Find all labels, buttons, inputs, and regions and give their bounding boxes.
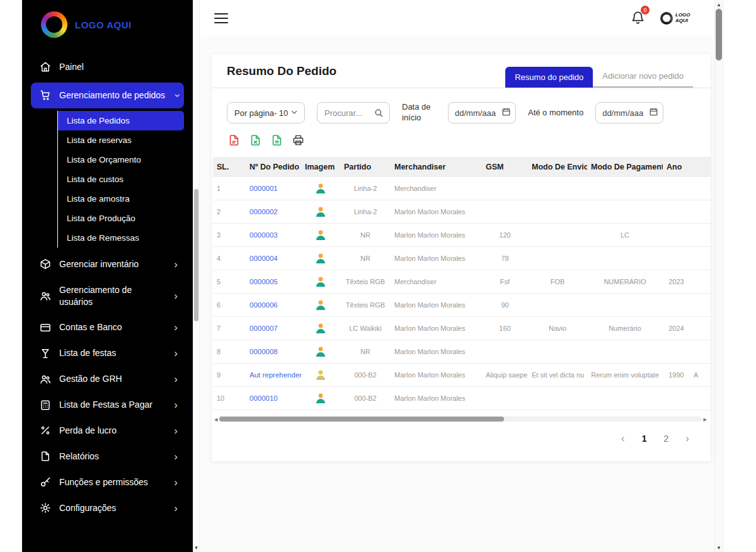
cell-sl: 1 <box>213 177 246 200</box>
cell-order-no: 0000005 <box>246 270 301 294</box>
sidebar-subitem[interactable]: Lista de reservas <box>58 130 184 150</box>
scroll-down-icon[interactable]: ▾ <box>193 544 199 551</box>
cell-order-no: 0000003 <box>246 224 301 247</box>
cell-modo-pagamento: Numerário <box>587 317 663 340</box>
avatar-icon <box>314 182 327 195</box>
sidebar-item-gestao-de-grh[interactable]: Gestão de GRH› <box>31 366 184 392</box>
scroll-left-icon[interactable]: ◂ <box>213 416 219 423</box>
column-header: Imagem <box>301 157 340 177</box>
excel-file-icon <box>249 134 261 149</box>
sidebar-item-lista-de-festas-a-pagar[interactable]: Lista de Festas a Pagar› <box>31 392 184 418</box>
cell-extra <box>690 177 711 200</box>
cell-gsm: Aliquip saepe cupida <box>482 364 528 387</box>
cell-modo-envio: Navio <box>528 317 587 340</box>
order-link[interactable]: 0000004 <box>249 255 278 262</box>
cell-gsm: 160 <box>482 317 528 340</box>
sidebar-subitem[interactable]: Lista de custos <box>58 170 184 189</box>
filters-row: Por página- 10 Data de início dd/mm/aaa … <box>212 88 711 124</box>
order-link[interactable]: 0000003 <box>249 231 278 239</box>
menu-toggle-button[interactable] <box>212 11 231 26</box>
horizontal-scrollbar[interactable]: ◂ ▸ <box>213 415 708 423</box>
order-link[interactable]: 0000010 <box>249 394 278 402</box>
cell-gsm <box>482 340 528 364</box>
cell-merchandiser: Merchandiser <box>391 270 482 294</box>
avatar-icon <box>314 252 327 265</box>
sidebar-scrollbar[interactable]: ▾ <box>193 0 200 552</box>
cell-merchandiser: Marlon Marlon Morales <box>391 364 482 387</box>
cell-partido: Têxteis RGB <box>340 294 391 317</box>
sidebar-item-gerenciamento-de-usuarios[interactable]: Gerenciamento de usuários› <box>31 277 184 315</box>
start-date-value: dd/mm/aaa <box>455 108 496 118</box>
search-icon <box>374 108 384 118</box>
sidebar-item-perda-de-lucro[interactable]: Perda de lucro› <box>31 418 184 444</box>
search-input[interactable] <box>324 108 371 118</box>
sidebar-item-configuracoes[interactable]: Configurações› <box>31 495 184 521</box>
calendar-icon <box>649 107 658 118</box>
print-button[interactable] <box>291 134 305 148</box>
scroll-down-icon[interactable]: ▾ <box>715 544 723 551</box>
sidebar-item-funcoes-e-permissoes[interactable]: Funções e permissões› <box>31 469 184 495</box>
order-link[interactable]: 0000008 <box>249 348 278 355</box>
export-excel-button[interactable] <box>248 134 262 148</box>
settings-icon <box>40 502 51 514</box>
cell-merchandiser: Marlon Marlon Morales <box>391 224 482 247</box>
cell-partido: 000-B2 <box>340 387 391 410</box>
page-1-button[interactable]: 1 <box>642 434 647 444</box>
export-pdf-button[interactable] <box>227 134 241 148</box>
per-page-select[interactable]: Por página- 10 <box>227 102 305 124</box>
cart-icon <box>40 89 51 101</box>
sidebar-subitem[interactable]: Lista de Orçamento <box>58 150 184 170</box>
sidebar-subitem[interactable]: Lista de Produção <box>58 209 184 228</box>
sidebar-subitem[interactable]: Lista de Remessas <box>58 228 184 248</box>
order-link[interactable]: 0000002 <box>249 208 278 216</box>
scrollbar-thumb[interactable] <box>219 417 504 422</box>
reports-icon <box>40 451 51 462</box>
brand-logo[interactable]: LOGO AQUI <box>660 12 702 25</box>
sidebar-item-label: Gerenciamento de usuários <box>59 284 166 308</box>
sidebar-item-contas-e-banco[interactable]: Contas e Banco› <box>31 314 184 340</box>
start-date-input[interactable]: dd/mm/aaa <box>448 102 516 124</box>
page-scrollbar[interactable]: ▴ ▾ <box>714 0 723 552</box>
cell-extra <box>690 294 711 317</box>
cell-extra <box>690 340 711 364</box>
payable-icon <box>40 400 51 411</box>
scrollbar-track[interactable] <box>219 417 702 422</box>
export-csv-button[interactable] <box>270 134 284 148</box>
end-date-input[interactable]: dd/mm/aaa <box>595 102 663 124</box>
sidebar-item-gerenciar-inventario[interactable]: Gerenciar inventário› <box>31 251 184 277</box>
sidebar-subitem[interactable]: Lista de Pedidos <box>58 111 184 130</box>
scrollbar-thumb[interactable] <box>716 9 722 60</box>
order-link[interactable]: 0000001 <box>249 185 278 192</box>
sidebar-subitem[interactable]: Lista de amostra <box>58 189 184 209</box>
next-page-button[interactable]: › <box>685 433 689 444</box>
cell-order-no: 0000002 <box>246 200 301 224</box>
column-header: Merchandiser <box>391 157 482 177</box>
avatar-icon <box>314 392 327 405</box>
tab-resumo-do-pedido[interactable]: Resumo do pedido <box>505 67 593 88</box>
order-link[interactable]: 0000007 <box>249 325 278 332</box>
cell-image <box>301 340 340 364</box>
scroll-up-icon[interactable]: ▴ <box>715 1 723 8</box>
prev-page-button[interactable]: ‹ <box>621 433 625 444</box>
order-link[interactable]: 0000006 <box>249 301 278 309</box>
sidebar-submenu: Lista de PedidosLista de reservasLista d… <box>57 111 184 248</box>
sidebar-item-lista-de-festas[interactable]: Lista de festas› <box>31 340 184 366</box>
sidebar-logo[interactable]: LOGO AQUI <box>22 0 193 50</box>
page-2-button[interactable]: 2 <box>664 434 669 444</box>
tab-adicionar-novo-pedido[interactable]: Adicionar novo pedido <box>593 66 693 88</box>
cell-modo-pagamento: NUMERÁRIO <box>587 270 663 294</box>
scrollbar-thumb[interactable] <box>194 189 198 321</box>
topbar-right: 0 LOGO AQUI <box>631 10 702 27</box>
calendar-icon <box>501 107 511 118</box>
scroll-right-icon[interactable]: ▸ <box>702 416 708 423</box>
notifications-button[interactable]: 0 <box>631 10 645 27</box>
sidebar-item-gerenciamento-de-pedidos[interactable]: Gerenciamento de pedidos› <box>31 83 184 108</box>
order-link[interactable]: Aut reprehenderit ve <box>249 371 301 379</box>
cell-merchandiser: Merchandiser <box>391 177 482 200</box>
sidebar-item-painel[interactable]: Painel <box>31 54 184 80</box>
cell-ano: 2023 <box>663 270 690 294</box>
order-link[interactable]: 0000005 <box>249 278 278 285</box>
column-header: Nº Do Pedido <box>246 157 301 177</box>
sidebar-item-relatorios[interactable]: Relatórios› <box>31 444 184 469</box>
cell-merchandiser: Marlon Marlon Morales <box>391 200 482 224</box>
